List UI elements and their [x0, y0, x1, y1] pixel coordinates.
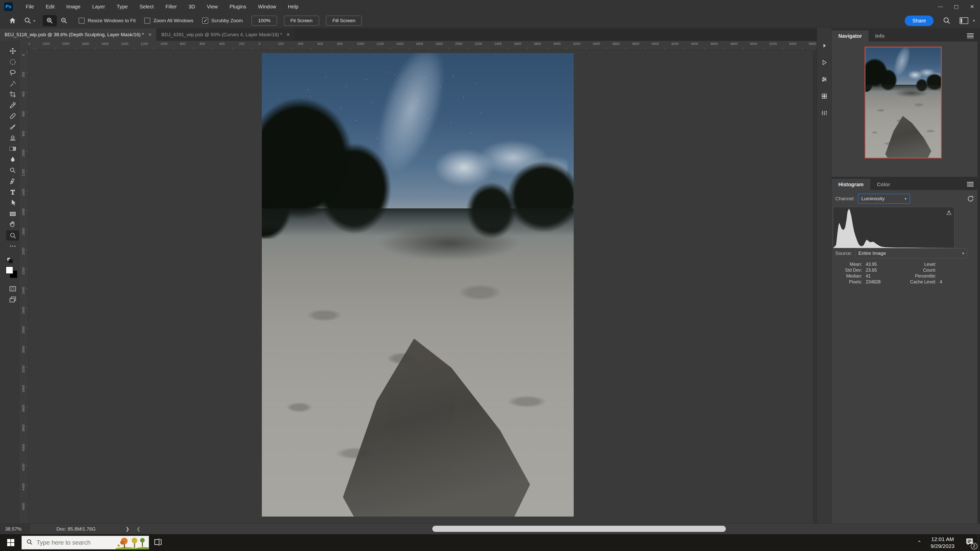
- lasso-tool[interactable]: [6, 68, 19, 78]
- tray-expand-icon[interactable]: ⌃: [917, 540, 921, 546]
- minimize-button[interactable]: —: [932, 0, 948, 13]
- dodge-tool[interactable]: [6, 165, 19, 176]
- menu-filter[interactable]: Filter: [159, 0, 183, 13]
- h-ruler-label: 3600: [612, 42, 620, 46]
- canvas-vertical-scrollbar[interactable]: [813, 50, 817, 524]
- menu-3d[interactable]: 3D: [183, 0, 201, 13]
- menu-edit[interactable]: Edit: [40, 0, 60, 13]
- clone-stamp-tool[interactable]: [6, 133, 19, 143]
- blur-tool[interactable]: [6, 154, 19, 165]
- fit-screenbutton[interactable]: Fit Screen: [284, 16, 319, 26]
- adjustments-panel-icon[interactable]: [820, 75, 829, 83]
- tab-info[interactable]: Info: [869, 30, 891, 41]
- document-image[interactable]: [262, 53, 574, 516]
- close-button[interactable]: ✕: [964, 0, 980, 13]
- actions-panel-icon[interactable]: [820, 59, 829, 67]
- menu-select[interactable]: Select: [134, 0, 160, 13]
- cached-data-warning-icon[interactable]: ⚠: [946, 209, 952, 216]
- type-tool[interactable]: T: [6, 187, 19, 197]
- status-options-arrow[interactable]: ❯: [126, 526, 129, 532]
- menu-plugins[interactable]: Plugins: [224, 0, 252, 13]
- v-ruler-label: 4600: [21, 503, 25, 510]
- source-select[interactable]: Entire Image▾: [855, 248, 967, 259]
- navigator-proxy-view[interactable]: [865, 47, 942, 159]
- search-icon[interactable]: [943, 17, 951, 25]
- canvas-area[interactable]: [28, 50, 813, 524]
- taskbar-clock[interactable]: 12:01 AM 9/29/2023: [931, 536, 955, 549]
- task-view-icon[interactable]: [154, 538, 162, 548]
- menu-window[interactable]: Window: [252, 0, 282, 13]
- menu-type[interactable]: Type: [111, 0, 134, 13]
- healing-tool[interactable]: [6, 111, 19, 121]
- menu-layer[interactable]: Layer: [86, 0, 111, 13]
- v-ruler-label: 600: [21, 110, 25, 118]
- menu-image[interactable]: Image: [60, 0, 86, 13]
- tab-navigator[interactable]: Navigator: [832, 30, 869, 41]
- scroll-left-arrow[interactable]: ❮: [137, 526, 140, 532]
- crop-tool[interactable]: [6, 89, 19, 100]
- seasonal-illustration: [116, 536, 149, 549]
- checkbox-box[interactable]: [79, 17, 85, 24]
- search-input[interactable]: [37, 539, 108, 546]
- close-tab-icon[interactable]: ✕: [148, 32, 152, 38]
- start-button[interactable]: [0, 534, 21, 551]
- checkbox-zoom-all-windows[interactable]: Zoom All Windows: [144, 17, 193, 24]
- canvas-horizontal-scrollbar[interactable]: [144, 524, 980, 534]
- taskbar-search[interactable]: [21, 536, 149, 549]
- h-ruler-label: 2000: [455, 42, 463, 46]
- zoom-tool-icon[interactable]: ▾: [24, 17, 35, 25]
- channel-select[interactable]: Luminosity▾: [858, 194, 910, 204]
- checkbox-box[interactable]: [144, 17, 150, 24]
- zoom-tool[interactable]: [6, 230, 19, 241]
- menu-file[interactable]: File: [20, 0, 40, 13]
- gradient-tool[interactable]: [6, 144, 19, 154]
- properties-panel-icon[interactable]: [820, 109, 829, 117]
- pen-tool[interactable]: [6, 176, 19, 186]
- quick-select-tool[interactable]: [6, 79, 19, 89]
- notification-icon[interactable]: 2: [965, 538, 974, 548]
- move-tool[interactable]: [6, 46, 19, 56]
- libraries-panel-icon[interactable]: [820, 92, 829, 100]
- tab-histogram[interactable]: Histogram: [832, 179, 870, 190]
- menu-help[interactable]: Help: [282, 0, 304, 13]
- fill-screenbutton[interactable]: Fill Screen: [326, 16, 362, 26]
- h-ruler-label: 1200: [141, 42, 148, 46]
- chevron-down-icon[interactable]: ▾: [973, 18, 975, 23]
- screen-mode-icon[interactable]: [6, 294, 19, 305]
- brush-tool[interactable]: [6, 122, 19, 132]
- home-icon[interactable]: [9, 17, 16, 24]
- workspace-icon[interactable]: [959, 17, 968, 24]
- shape-tool[interactable]: [6, 209, 19, 219]
- menu-view[interactable]: View: [201, 0, 224, 13]
- stat-value: 41: [865, 273, 870, 279]
- share-button[interactable]: Share: [905, 16, 934, 26]
- horizontal-scroll-thumb[interactable]: [432, 526, 726, 532]
- eyedropper-tool[interactable]: [6, 100, 19, 110]
- checkbox-box[interactable]: [202, 17, 208, 24]
- path-select-tool[interactable]: [6, 198, 19, 208]
- uncached-refresh-icon[interactable]: [967, 195, 974, 203]
- panel-menu-icon[interactable]: [967, 33, 974, 39]
- tab-color[interactable]: Color: [870, 179, 897, 190]
- document-tab-1[interactable]: BDJ_4391_wip.psb @ 50% (Curves 4, Layer …: [156, 28, 295, 41]
- close-tab-icon[interactable]: ✕: [286, 32, 290, 38]
- 100-button[interactable]: 100%: [251, 16, 277, 26]
- document-tab-0[interactable]: BDJ_5118_wip.psb @ 38.6% (Depth Sculptin…: [0, 28, 156, 41]
- maximize-button[interactable]: ▢: [948, 0, 964, 13]
- panel-menu-icon[interactable]: [967, 181, 974, 187]
- quick-mask-icon[interactable]: [6, 284, 19, 294]
- marquee-tool[interactable]: [6, 57, 19, 67]
- zoom-in-button[interactable]: [43, 15, 57, 26]
- expand-panels-icon[interactable]: [820, 41, 829, 50]
- show-desktop-strip[interactable]: [978, 534, 980, 551]
- more-tool[interactable]: [6, 241, 19, 251]
- stat-label: Level:: [895, 262, 936, 267]
- v-ruler-label: 200: [21, 71, 25, 78]
- checkbox-scrubby-zoom[interactable]: Scrubby Zoom: [202, 17, 243, 24]
- stat-value: 23.65: [865, 268, 877, 273]
- status-zoom-field[interactable]: 38.57%: [0, 524, 30, 534]
- checkbox-resize-windows-to-fit[interactable]: Resize Windows to Fit: [79, 17, 136, 24]
- foreground-color-swatch[interactable]: [6, 266, 13, 274]
- zoom-out-button[interactable]: [57, 15, 71, 26]
- hand-tool[interactable]: [6, 219, 19, 230]
